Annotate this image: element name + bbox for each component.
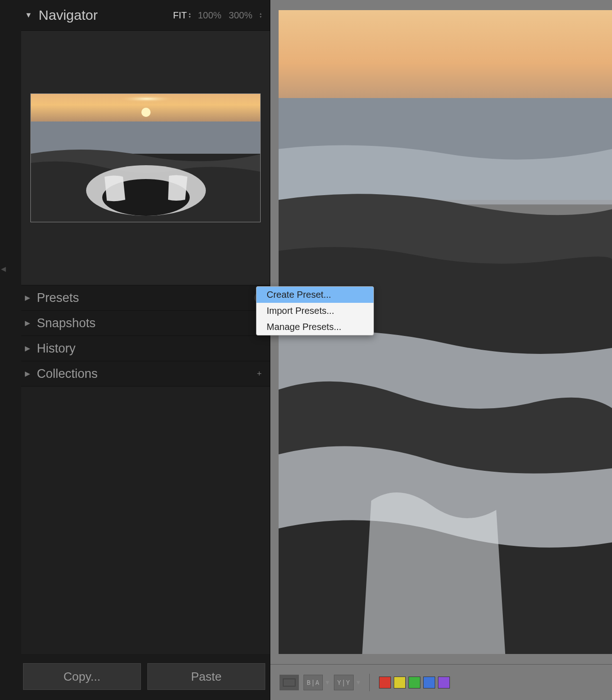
collapse-icon[interactable]: ▼: [25, 11, 32, 19]
color-purple[interactable]: [438, 677, 450, 688]
navigator-header: ▼ Navigator FIT ▴▾ 100% 300% ▴▾: [21, 0, 270, 30]
zoom-fit-button[interactable]: FIT ▴▾: [173, 10, 191, 21]
color-label-swatches: [379, 677, 450, 688]
sidebar-collapse-handle[interactable]: ◀: [1, 265, 6, 272]
color-yellow[interactable]: [394, 677, 406, 688]
snapshots-label: Snapshots: [37, 316, 254, 330]
collections-panel-header[interactable]: ▶ Collections +: [21, 361, 270, 387]
updown-icon: ▴▾: [189, 12, 191, 18]
zoom-100-button[interactable]: 100%: [198, 10, 221, 21]
zoom-300-button[interactable]: 300%: [229, 10, 252, 21]
loupe-view-button[interactable]: [280, 675, 299, 690]
color-green[interactable]: [408, 677, 420, 688]
svg-rect-1: [31, 94, 261, 121]
svg-rect-4: [31, 121, 261, 154]
menu-create-preset[interactable]: Create Preset...: [256, 287, 373, 303]
presets-context-menu: Create Preset... Import Presets... Manag…: [256, 286, 374, 336]
add-collection-icon[interactable]: +: [254, 369, 264, 379]
svg-rect-7: [279, 10, 612, 98]
expand-icon: ▶: [25, 370, 30, 378]
dropdown-icon[interactable]: ▾: [326, 678, 329, 687]
navigator-thumbnail[interactable]: [30, 93, 261, 222]
color-blue[interactable]: [423, 677, 435, 688]
history-panel-header[interactable]: ▶ History: [21, 336, 270, 361]
updown-icon[interactable]: ▴▾: [260, 12, 262, 18]
rectangle-icon: [283, 678, 296, 687]
main-canvas-area: B|A ▾ Y|Y ▾: [270, 0, 612, 700]
navigator-preview-area: [21, 30, 270, 285]
dropdown-icon[interactable]: ▾: [356, 678, 360, 687]
bottom-toolbar: B|A ▾ Y|Y ▾: [270, 664, 612, 700]
menu-manage-presets[interactable]: Manage Presets...: [256, 319, 373, 335]
presets-panel-header[interactable]: ▶ Presets +: [21, 285, 270, 311]
snapshots-panel-header[interactable]: ▶ Snapshots +: [21, 311, 270, 336]
toolbar-separator: [369, 674, 370, 691]
expand-icon: ▶: [25, 344, 30, 353]
sidebar-empty-area: [21, 387, 270, 654]
expand-icon: ▶: [25, 319, 30, 327]
zoom-controls: FIT ▴▾ 100% 300% ▴▾: [173, 10, 262, 21]
sidebar-bottom-buttons: Copy... Paste: [0, 654, 270, 700]
paste-button[interactable]: Paste: [147, 663, 265, 690]
collections-label: Collections: [37, 367, 254, 381]
left-sidebar: ▼ Navigator FIT ▴▾ 100% 300% ▴▾: [0, 0, 270, 700]
copy-button[interactable]: Copy...: [23, 663, 141, 690]
svg-point-2: [141, 108, 151, 117]
menu-import-presets[interactable]: Import Presets...: [256, 303, 373, 319]
presets-label: Presets: [37, 291, 254, 305]
expand-icon: ▶: [25, 294, 30, 302]
history-label: History: [37, 341, 264, 356]
before-after-button[interactable]: B|A: [303, 675, 323, 690]
color-red[interactable]: [379, 677, 391, 688]
compare-view-button[interactable]: Y|Y: [334, 675, 353, 690]
navigator-title: Navigator: [39, 7, 173, 23]
